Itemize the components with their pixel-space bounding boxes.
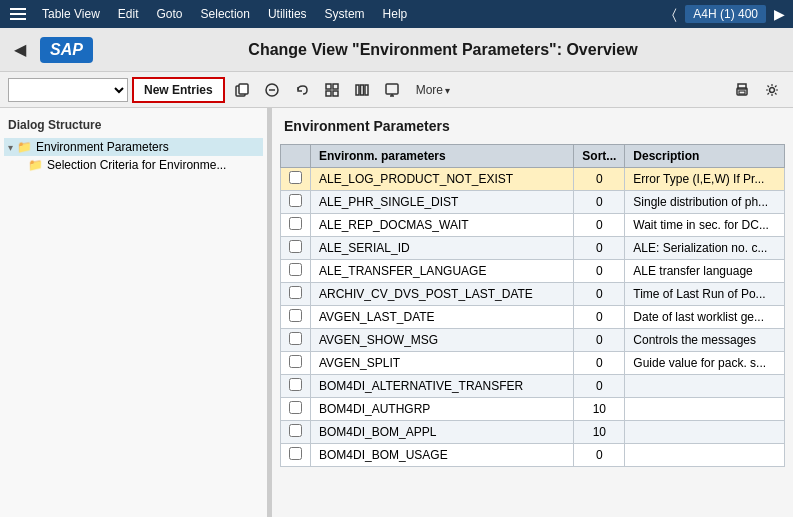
menu-edit[interactable]: Edit bbox=[110, 5, 147, 23]
columns-icon-button[interactable] bbox=[349, 78, 375, 102]
table-row[interactable]: ARCHIV_CV_DVS_POST_LAST_DATE0Time of Las… bbox=[281, 283, 785, 306]
chevron-down-icon bbox=[445, 83, 450, 97]
row-sort: 0 bbox=[574, 444, 625, 467]
tree-item-label: Environment Parameters bbox=[36, 140, 169, 154]
row-description: ALE: Serialization no. c... bbox=[625, 237, 785, 260]
row-sort: 10 bbox=[574, 421, 625, 444]
table-row[interactable]: AVGEN_SHOW_MSG0Controls the messages bbox=[281, 329, 785, 352]
menu-selection[interactable]: Selection bbox=[193, 5, 258, 23]
row-sort: 0 bbox=[574, 237, 625, 260]
nav-arrow-left[interactable]: 〈 bbox=[668, 6, 681, 23]
tree-item-env-params[interactable]: ▾ 📁 Environment Parameters bbox=[4, 138, 263, 156]
svg-rect-10 bbox=[365, 85, 368, 95]
table-row[interactable]: BOM4DI_AUTHGRP10 bbox=[281, 398, 785, 421]
env-params-table: Environm. parameters Sort... Description… bbox=[280, 144, 785, 467]
menu-table-view[interactable]: Table View bbox=[34, 5, 108, 23]
row-param-name: ARCHIV_CV_DVS_POST_LAST_DATE bbox=[311, 283, 574, 306]
row-description: Date of last worklist ge... bbox=[625, 306, 785, 329]
row-checkbox[interactable] bbox=[289, 332, 302, 345]
svg-point-17 bbox=[770, 87, 775, 92]
row-description bbox=[625, 375, 785, 398]
display-icon-button[interactable] bbox=[379, 78, 405, 102]
table-row[interactable]: AVGEN_SPLIT0Guide value for pack. s... bbox=[281, 352, 785, 375]
row-param-name: ALE_LOG_PRODUCT_NOT_EXIST bbox=[311, 168, 574, 191]
back-button[interactable]: ◀ bbox=[8, 38, 32, 61]
table-row[interactable]: BOM4DI_BOM_APPL10 bbox=[281, 421, 785, 444]
menu-system[interactable]: System bbox=[317, 5, 373, 23]
print-icon-button[interactable] bbox=[729, 78, 755, 102]
dialog-structure-sidebar: Dialog Structure ▾ 📁 Environment Paramet… bbox=[0, 108, 268, 517]
copy-icon-button[interactable] bbox=[229, 78, 255, 102]
folder-icon: 📁 bbox=[28, 158, 43, 172]
row-description: Error Type (I,E,W) If Pr... bbox=[625, 168, 785, 191]
col-param-name[interactable]: Environm. parameters bbox=[311, 145, 574, 168]
tree-item-selection-criteria[interactable]: 📁 Selection Criteria for Environme... bbox=[24, 156, 263, 174]
more-button[interactable]: More bbox=[409, 78, 457, 102]
sap-logo: SAP bbox=[40, 37, 93, 63]
row-description: Time of Last Run of Po... bbox=[625, 283, 785, 306]
row-checkbox[interactable] bbox=[289, 355, 302, 368]
row-param-name: AVGEN_LAST_DATE bbox=[311, 306, 574, 329]
row-description: Wait time in sec. for DC... bbox=[625, 214, 785, 237]
row-sort: 0 bbox=[574, 352, 625, 375]
menu-utilities[interactable]: Utilities bbox=[260, 5, 315, 23]
row-description bbox=[625, 444, 785, 467]
row-checkbox[interactable] bbox=[289, 424, 302, 437]
row-description: Single distribution of ph... bbox=[625, 191, 785, 214]
svg-rect-5 bbox=[333, 84, 338, 89]
col-sort[interactable]: Sort... bbox=[574, 145, 625, 168]
row-param-name: BOM4DI_AUTHGRP bbox=[311, 398, 574, 421]
row-sort: 10 bbox=[574, 398, 625, 421]
svg-rect-1 bbox=[239, 84, 248, 94]
delete-icon-button[interactable] bbox=[259, 78, 285, 102]
row-checkbox[interactable] bbox=[289, 401, 302, 414]
svg-rect-7 bbox=[333, 91, 338, 96]
dialog-structure-title: Dialog Structure bbox=[4, 116, 263, 138]
folder-open-icon: 📁 bbox=[17, 140, 32, 154]
row-checkbox[interactable] bbox=[289, 171, 302, 184]
row-param-name: BOM4DI_ALTERNATIVE_TRANSFER bbox=[311, 375, 574, 398]
row-description bbox=[625, 421, 785, 444]
row-checkbox[interactable] bbox=[289, 378, 302, 391]
toolbar-dropdown[interactable] bbox=[8, 78, 128, 102]
row-description: ALE transfer language bbox=[625, 260, 785, 283]
col-description[interactable]: Description bbox=[625, 145, 785, 168]
toolbar-right-icons bbox=[729, 78, 785, 102]
row-checkbox[interactable] bbox=[289, 240, 302, 253]
hamburger-menu-icon[interactable] bbox=[4, 4, 32, 24]
row-param-name: ALE_REP_DOCMAS_WAIT bbox=[311, 214, 574, 237]
undo-icon-button[interactable] bbox=[289, 78, 315, 102]
row-checkbox[interactable] bbox=[289, 194, 302, 207]
svg-rect-16 bbox=[739, 91, 745, 94]
row-param-name: ALE_SERIAL_ID bbox=[311, 237, 574, 260]
table-row[interactable]: ALE_LOG_PRODUCT_NOT_EXIST0Error Type (I,… bbox=[281, 168, 785, 191]
row-sort: 0 bbox=[574, 283, 625, 306]
layout-icon-button[interactable] bbox=[319, 78, 345, 102]
table-row[interactable]: ALE_TRANSFER_LANGUAGE0ALE transfer langu… bbox=[281, 260, 785, 283]
table-row[interactable]: BOM4DI_ALTERNATIVE_TRANSFER0 bbox=[281, 375, 785, 398]
row-checkbox[interactable] bbox=[289, 217, 302, 230]
table-row[interactable]: ALE_REP_DOCMAS_WAIT0Wait time in sec. fo… bbox=[281, 214, 785, 237]
row-checkbox[interactable] bbox=[289, 447, 302, 460]
row-checkbox[interactable] bbox=[289, 263, 302, 276]
row-sort: 0 bbox=[574, 214, 625, 237]
table-row[interactable]: ALE_SERIAL_ID0ALE: Serialization no. c..… bbox=[281, 237, 785, 260]
row-description bbox=[625, 398, 785, 421]
row-checkbox[interactable] bbox=[289, 309, 302, 322]
row-checkbox[interactable] bbox=[289, 286, 302, 299]
row-param-name: ALE_TRANSFER_LANGUAGE bbox=[311, 260, 574, 283]
table-row[interactable]: BOM4DI_BOM_USAGE0 bbox=[281, 444, 785, 467]
menu-goto[interactable]: Goto bbox=[149, 5, 191, 23]
toolbar: New Entries More bbox=[0, 72, 793, 108]
table-row[interactable]: ALE_PHR_SINGLE_DIST0Single distribution … bbox=[281, 191, 785, 214]
svg-rect-8 bbox=[356, 85, 359, 95]
new-entries-button[interactable]: New Entries bbox=[132, 77, 225, 103]
menu-help[interactable]: Help bbox=[375, 5, 416, 23]
table-row[interactable]: AVGEN_LAST_DATE0Date of last worklist ge… bbox=[281, 306, 785, 329]
table-area: Environment Parameters Environm. paramet… bbox=[272, 108, 793, 517]
menubar-right: 〈 A4H (1) 400 ▶ bbox=[668, 5, 789, 23]
nav-arrow-right[interactable]: ▶ bbox=[770, 6, 789, 22]
settings-icon-button[interactable] bbox=[759, 78, 785, 102]
row-param-name: BOM4DI_BOM_APPL bbox=[311, 421, 574, 444]
svg-rect-11 bbox=[386, 84, 398, 94]
